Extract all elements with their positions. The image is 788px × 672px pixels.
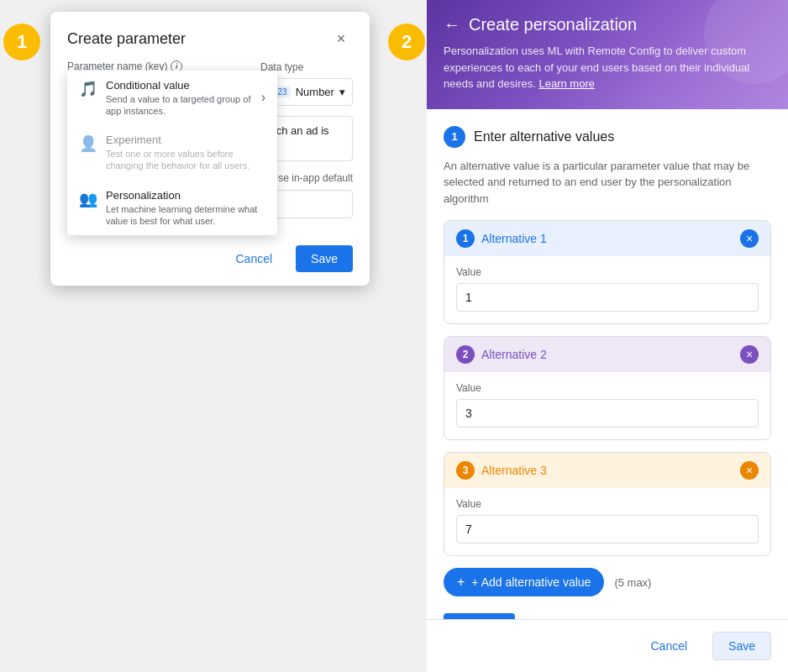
- menu-item-conditional[interactable]: 🎵 Conditional value Send a value to a ta…: [67, 71, 277, 126]
- right-header-desc: Personalization uses ML with Remote Conf…: [444, 43, 771, 92]
- right-header-top: ← Create personalization: [444, 15, 771, 34]
- create-personalization-panel: ← Create personalization Personalization…: [427, 0, 788, 672]
- alt1-header: 1 Alternative 1 ×: [444, 221, 770, 256]
- section1-desc: An alternative value is a particular par…: [444, 158, 771, 207]
- add-alternative-row: + + Add alternative value (5 max): [444, 568, 771, 596]
- alt3-label-row: 3 Alternative 3: [456, 461, 547, 480]
- remove-alt2-button[interactable]: ×: [740, 345, 759, 364]
- back-icon: ←: [444, 15, 460, 34]
- alternative-card-3: 3 Alternative 3 × Value: [444, 452, 771, 556]
- max-label: (5 max): [614, 576, 651, 589]
- experiment-desc: Test one or more values before changing …: [106, 148, 265, 172]
- menu-item-conditional-content: Conditional value Send a value to a targ…: [106, 79, 253, 118]
- alt3-header: 3 Alternative 3 ×: [444, 453, 770, 488]
- right-panel-title: Create personalization: [469, 15, 637, 34]
- remove-alt3-button[interactable]: ×: [740, 461, 759, 480]
- alt1-value-input[interactable]: [456, 283, 759, 312]
- alternative-card-1: 1 Alternative 1 × Value: [444, 220, 771, 324]
- dialog-actions: Cancel Save: [50, 239, 370, 286]
- learn-more-link[interactable]: Learn more: [538, 77, 594, 90]
- plus-icon: +: [457, 575, 465, 590]
- conditional-desc: Send a value to a targeted group of app …: [106, 93, 253, 118]
- alt2-header: 2 Alternative 2 ×: [444, 337, 770, 372]
- cancel-bottom-button[interactable]: Cancel: [635, 633, 702, 659]
- personalization-desc: Let machine learning determine what valu…: [106, 203, 265, 228]
- menu-item-experiment-content: Experiment Test one or more values befor…: [106, 134, 265, 172]
- personalization-icon: 👥: [79, 190, 97, 208]
- section1-step-circle: 1: [444, 126, 465, 148]
- experiment-icon: 👤: [79, 134, 97, 153]
- alt3-num: 3: [456, 461, 475, 480]
- arrow-right-icon: ›: [261, 90, 265, 105]
- alt2-label: Alternative 2: [481, 348, 547, 361]
- step-indicator-2: 2: [388, 24, 425, 60]
- menu-item-experiment: 👤 Experiment Test one or more values bef…: [67, 125, 277, 181]
- alt1-label-row: 1 Alternative 1: [456, 229, 547, 248]
- right-content: 1 Enter alternative values An alternativ…: [427, 109, 788, 620]
- experiment-title: Experiment: [106, 134, 265, 146]
- alt2-value-input[interactable]: [456, 399, 759, 428]
- section1-title: Enter alternative values: [474, 129, 614, 144]
- chevron-down-icon: ▾: [339, 86, 345, 98]
- remove-alt1-button[interactable]: ×: [740, 229, 759, 248]
- create-parameter-dialog: Create parameter × Parameter name (key) …: [50, 12, 370, 286]
- save-bottom-button[interactable]: Save: [712, 632, 771, 660]
- back-button[interactable]: ←: [444, 15, 460, 34]
- alt1-label: Alternative 1: [481, 232, 547, 245]
- next-button[interactable]: Next: [444, 613, 515, 619]
- conditional-title: Conditional value: [106, 79, 253, 92]
- alt2-body: Value: [444, 372, 770, 439]
- alt3-body: Value: [444, 488, 770, 555]
- right-panel-header: ← Create personalization Personalization…: [427, 0, 788, 109]
- dialog-title: Create parameter: [67, 30, 186, 48]
- close-button[interactable]: ×: [329, 27, 353, 50]
- type-value: Number: [296, 86, 334, 98]
- conditional-icon: 🎵: [79, 80, 97, 98]
- close-icon: ×: [337, 30, 346, 48]
- step-indicator-1: 1: [3, 24, 40, 60]
- alt1-body: Value: [444, 256, 770, 323]
- conditional-value-menu: 🎵 Conditional value Send a value to a ta…: [67, 71, 277, 236]
- alt3-value-label: Value: [456, 498, 759, 510]
- use-in-app-label: Use in-app default: [271, 172, 353, 184]
- bottom-action-bar: Cancel Save: [427, 619, 788, 672]
- alt2-value-label: Value: [456, 382, 759, 394]
- alt2-num: 2: [456, 345, 475, 364]
- cancel-button[interactable]: Cancel: [220, 245, 287, 272]
- alt3-label: Alternative 3: [481, 464, 547, 477]
- menu-item-personalization[interactable]: 👥 Personalization Let machine learning d…: [67, 181, 277, 236]
- alt1-num: 1: [456, 229, 475, 248]
- section1-header: 1 Enter alternative values: [444, 126, 771, 148]
- dialog-header: Create parameter ×: [50, 12, 370, 60]
- alt1-value-label: Value: [456, 266, 759, 278]
- alternative-card-2: 2 Alternative 2 × Value: [444, 336, 771, 440]
- menu-item-personalization-content: Personalization Let machine learning det…: [106, 189, 265, 228]
- alt3-value-input[interactable]: [456, 515, 759, 543]
- add-alternative-button[interactable]: + + Add alternative value: [444, 568, 604, 596]
- alt2-label-row: 2 Alternative 2: [456, 345, 547, 364]
- save-button[interactable]: Save: [296, 245, 353, 272]
- personalization-title: Personalization: [106, 189, 265, 202]
